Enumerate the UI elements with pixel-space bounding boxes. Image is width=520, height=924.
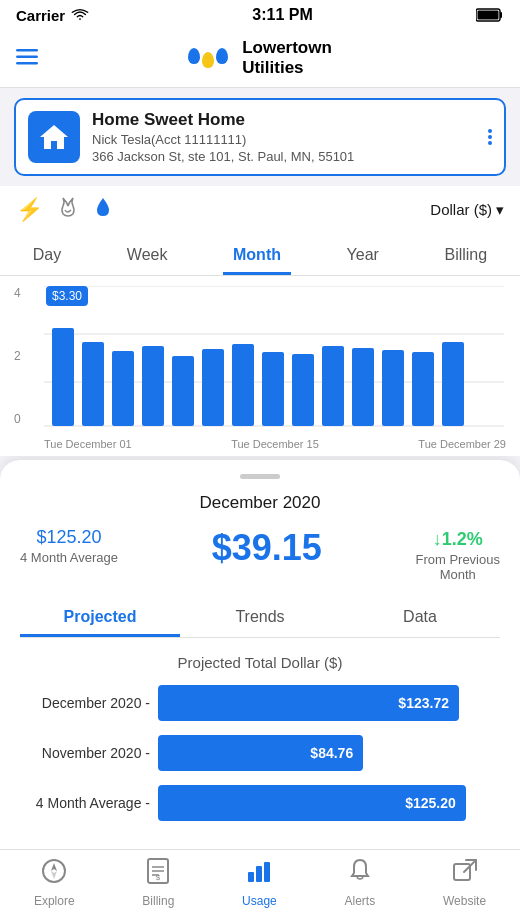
projected-row-3: 4 Month Average - $125.20 <box>20 785 500 821</box>
current-stat: $39.15 <box>212 527 322 569</box>
svg-rect-34 <box>454 864 470 880</box>
proj-bar-container-2: $84.76 <box>158 735 500 771</box>
proj-value-2: $84.76 <box>310 745 353 761</box>
dollar-label: Dollar ($) <box>430 201 492 218</box>
stats-row: $125.20 4 Month Average $39.15 ↓1.2% Fro… <box>20 527 500 582</box>
proj-bar-1: $123.72 <box>158 685 459 721</box>
y-label-4: 4 <box>14 286 21 300</box>
tab-year[interactable]: Year <box>337 238 389 275</box>
nav-explore[interactable]: Explore <box>34 858 75 908</box>
nav-explore-label: Explore <box>34 894 75 908</box>
nav-website-label: Website <box>443 894 486 908</box>
controls-row: ⚡ Dollar ($) ▾ <box>0 186 520 234</box>
svg-rect-12 <box>142 346 164 426</box>
status-left: Carrier <box>16 7 89 24</box>
svg-text:$: $ <box>156 873 161 882</box>
svg-rect-17 <box>292 354 314 426</box>
carrier-label: Carrier <box>16 7 65 24</box>
utility-icons: ⚡ <box>16 196 113 224</box>
svg-rect-18 <box>322 346 344 426</box>
bell-icon <box>348 858 372 890</box>
proj-bar-container-3: $125.20 <box>158 785 500 821</box>
svg-rect-13 <box>172 356 194 426</box>
sub-tab-data[interactable]: Data <box>340 600 500 637</box>
sub-tab-trends[interactable]: Trends <box>180 600 340 637</box>
svg-rect-10 <box>82 342 104 426</box>
bottom-nav: Explore $ Billing Usage <box>0 849 520 924</box>
x-label-3: Tue December 29 <box>418 438 506 450</box>
svg-rect-21 <box>412 352 434 426</box>
change-arrow: ↓1.2% <box>433 529 483 549</box>
electric-icon[interactable]: ⚡ <box>16 197 43 223</box>
nav-billing-label: Billing <box>142 894 174 908</box>
svg-rect-9 <box>52 328 74 426</box>
gas-icon[interactable] <box>57 196 79 223</box>
chart-svg: $3.30 <box>44 286 506 436</box>
tab-billing[interactable]: Billing <box>434 238 497 275</box>
svg-rect-15 <box>232 344 254 426</box>
water-icon[interactable] <box>93 196 113 224</box>
avg-amount: $125.20 <box>20 527 118 548</box>
bar-chart-svg <box>44 286 504 431</box>
svg-rect-11 <box>112 351 134 426</box>
sub-tabs: Projected Trends Data <box>20 600 500 638</box>
svg-rect-20 <box>382 350 404 426</box>
x-label-1: Tue December 01 <box>44 438 132 450</box>
change-label: From PreviousMonth <box>415 552 500 582</box>
period-tabs: Day Week Month Year Billing <box>0 234 520 276</box>
chart-y-labels: 4 2 0 <box>14 286 21 426</box>
account-name: Home Sweet Home <box>92 110 476 130</box>
svg-marker-25 <box>51 871 57 879</box>
drag-handle <box>240 474 280 479</box>
card-month-title: December 2020 <box>20 493 500 513</box>
current-amount: $39.15 <box>212 527 322 569</box>
account-user: Nick Tesla(Acct 11111111) <box>92 132 476 147</box>
proj-bar-container-1: $123.72 <box>158 685 500 721</box>
nav-usage-label: Usage <box>242 894 277 908</box>
header: LowertownUtilities <box>0 30 520 88</box>
projected-row-2: November 2020 - $84.76 <box>20 735 500 771</box>
svg-marker-24 <box>51 863 57 871</box>
billing-icon: $ <box>146 858 170 890</box>
svg-rect-1 <box>477 11 498 20</box>
external-link-icon <box>452 858 478 890</box>
nav-alerts[interactable]: Alerts <box>345 858 376 908</box>
svg-rect-16 <box>262 352 284 426</box>
svg-rect-3 <box>16 55 38 58</box>
proj-label-2: November 2020 - <box>20 745 150 761</box>
account-card: Home Sweet Home Nick Tesla(Acct 11111111… <box>14 98 506 176</box>
nav-alerts-label: Alerts <box>345 894 376 908</box>
proj-label-1: December 2020 - <box>20 695 150 711</box>
chevron-down-icon: ▾ <box>496 201 504 219</box>
proj-bar-2: $84.76 <box>158 735 363 771</box>
home-icon <box>28 111 80 163</box>
dollar-selector[interactable]: Dollar ($) ▾ <box>430 201 504 219</box>
tab-week[interactable]: Week <box>117 238 178 275</box>
svg-rect-14 <box>202 349 224 426</box>
status-right <box>476 8 504 22</box>
nav-website[interactable]: Website <box>443 858 486 908</box>
sub-tab-projected[interactable]: Projected <box>20 600 180 637</box>
proj-value-1: $123.72 <box>398 695 449 711</box>
account-address: 366 Jackson St, ste 101, St. Paul, MN, 5… <box>92 149 476 164</box>
logo-drops <box>188 48 228 68</box>
status-bar: Carrier 3:11 PM <box>0 0 520 30</box>
tab-day[interactable]: Day <box>23 238 71 275</box>
avg-stat: $125.20 4 Month Average <box>20 527 118 565</box>
account-more-button[interactable] <box>488 129 492 145</box>
chart-x-labels: Tue December 01 Tue December 15 Tue Dece… <box>44 436 506 452</box>
chart-bar-icon <box>246 858 272 890</box>
proj-label-3: 4 Month Average - <box>20 795 150 811</box>
svg-rect-22 <box>442 342 464 426</box>
change-stat: ↓1.2% From PreviousMonth <box>415 527 500 582</box>
nav-usage[interactable]: Usage <box>242 858 277 908</box>
svg-rect-31 <box>248 872 254 882</box>
x-label-2: Tue December 15 <box>231 438 319 450</box>
bar-tooltip: $3.30 <box>46 286 88 306</box>
nav-billing[interactable]: $ Billing <box>142 858 174 908</box>
header-logo: LowertownUtilities <box>188 38 332 79</box>
tab-month[interactable]: Month <box>223 238 291 275</box>
menu-icon[interactable] <box>16 47 38 70</box>
y-label-2: 2 <box>14 349 21 363</box>
header-title: LowertownUtilities <box>242 38 332 79</box>
